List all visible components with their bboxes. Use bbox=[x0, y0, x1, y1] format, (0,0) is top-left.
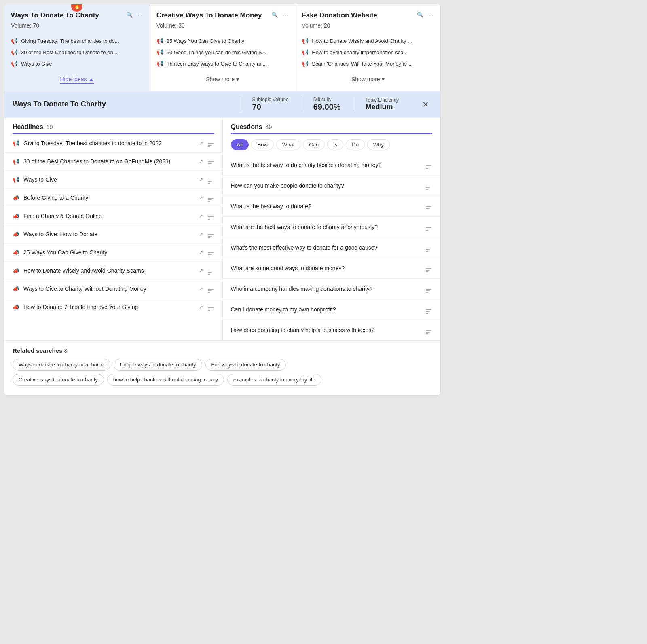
card-creative-ways: Creative Ways To Donate Money 🔍 ··· Volu… bbox=[150, 4, 296, 91]
headline-text: Ways to Give bbox=[23, 176, 195, 183]
top-cards: 🔥 Ways To Donate To Charity 🔍 ··· Volume… bbox=[4, 4, 441, 91]
headline-text: Ways to Give to Charity Without Donating… bbox=[23, 286, 195, 292]
filter-tabs: AllHowWhatCanIsDoWhy bbox=[223, 134, 441, 155]
card-item-text: Ways to Give bbox=[21, 61, 52, 67]
sort-menu-button[interactable] bbox=[207, 266, 214, 275]
related-search-tag[interactable]: Ways to donate to charity from home bbox=[13, 359, 110, 371]
sort-menu-button[interactable] bbox=[425, 263, 432, 273]
sort-menu-button[interactable] bbox=[425, 181, 432, 191]
external-link-icon[interactable]: ↗ bbox=[199, 140, 203, 146]
list-item: 📢 Thirteen Easy Ways to Give to Charity … bbox=[156, 58, 289, 69]
question-text: What are some good ways to donate money? bbox=[231, 265, 421, 271]
card-title: Ways To Donate To Charity bbox=[11, 11, 99, 20]
external-link-icon[interactable]: ↗ bbox=[199, 213, 203, 219]
sort-menu-button[interactable] bbox=[207, 302, 214, 312]
question-item: What are some good ways to donate money? bbox=[223, 258, 441, 279]
sort-menu-button[interactable] bbox=[425, 325, 432, 335]
subtopic-volume-label: Subtopic Volume bbox=[252, 97, 289, 102]
sort-menu-button[interactable] bbox=[425, 284, 432, 294]
headlines-header: Headlines 10 bbox=[4, 118, 222, 131]
sort-menu-button[interactable] bbox=[425, 243, 432, 252]
sort-menu-button[interactable] bbox=[425, 160, 432, 170]
sort-menu-button[interactable] bbox=[207, 193, 214, 203]
filter-tab-is[interactable]: Is bbox=[327, 139, 343, 150]
sort-menu-button[interactable] bbox=[207, 157, 214, 166]
headline-item: 📣 25 Ways You Can Give to Charity ↗ bbox=[4, 244, 222, 262]
sort-menu-button[interactable] bbox=[425, 222, 432, 232]
list-item: 📢 Giving Tuesday: The best charities to … bbox=[11, 35, 143, 47]
external-link-icon[interactable]: ↗ bbox=[199, 195, 203, 201]
sort-menu-button[interactable] bbox=[207, 211, 214, 221]
megaphone-icon: 📢 bbox=[302, 38, 309, 44]
card-actions: 🔍 ··· bbox=[271, 11, 288, 19]
filter-tab-what[interactable]: What bbox=[276, 139, 300, 150]
topic-efficiency-value: Medium bbox=[366, 103, 393, 111]
filter-tab-can[interactable]: Can bbox=[303, 139, 325, 150]
external-link-icon[interactable]: ↗ bbox=[199, 250, 203, 255]
related-search-tag[interactable]: Creative ways to donate to charity bbox=[13, 374, 104, 386]
megaphone-icon: 📢 bbox=[302, 49, 309, 55]
card-item-text: 25 Ways You Can Give to Charity bbox=[167, 38, 244, 44]
question-text: What's the most effective way to donate … bbox=[231, 244, 421, 251]
sort-menu-button[interactable] bbox=[207, 248, 214, 257]
headline-text: Giving Tuesday: The best charities to do… bbox=[23, 140, 195, 146]
sort-menu-button[interactable] bbox=[207, 138, 214, 148]
external-link-icon[interactable]: ↗ bbox=[199, 177, 203, 182]
sort-menu-button[interactable] bbox=[207, 175, 214, 184]
question-text: Can I donate money to my own nonprofit? bbox=[231, 306, 421, 313]
sort-menu-button[interactable] bbox=[425, 201, 432, 211]
headline-text: 25 Ways You Can Give to Charity bbox=[23, 249, 195, 256]
detail-header: Ways To Donate To Charity Subtopic Volum… bbox=[4, 91, 440, 117]
megaphone-icon: 📣 bbox=[13, 195, 19, 201]
sort-menu-button[interactable] bbox=[207, 284, 214, 294]
sort-menu-button[interactable] bbox=[425, 305, 432, 314]
related-search-tag[interactable]: Fun ways to donate to charity bbox=[205, 359, 286, 371]
card-title: Fake Donation Website bbox=[302, 11, 377, 20]
sort-icon bbox=[426, 248, 431, 252]
external-link-icon[interactable]: ↗ bbox=[199, 286, 203, 292]
subtopic-volume-value: 70 bbox=[252, 102, 261, 112]
card-header: Ways To Donate To Charity 🔍 ··· bbox=[11, 11, 143, 20]
show-more-button[interactable]: Show more ▾ bbox=[351, 76, 385, 83]
show-more-button[interactable]: Show more ▾ bbox=[206, 76, 239, 83]
sort-icon bbox=[426, 165, 431, 169]
external-link-icon[interactable]: ↗ bbox=[199, 268, 203, 273]
sort-menu-button[interactable] bbox=[207, 229, 214, 239]
external-link-icon[interactable]: ↗ bbox=[199, 304, 203, 310]
question-text: Who in a company handles making donation… bbox=[231, 286, 421, 292]
related-search-tag[interactable]: examples of charity in everyday life bbox=[227, 374, 321, 386]
sort-icon bbox=[426, 289, 431, 293]
card-item-text: 30 of the Best Charities to Donate to on… bbox=[21, 49, 119, 55]
headlines-column: Headlines 10 📢 Giving Tuesday: The best … bbox=[4, 118, 223, 340]
external-link-icon[interactable]: ↗ bbox=[199, 159, 203, 164]
hide-ideas-button[interactable]: Hide ideas ▲ bbox=[60, 76, 94, 84]
headline-list: 📢 Giving Tuesday: The best charities to … bbox=[4, 134, 222, 320]
question-item: Can I donate money to my own nonprofit? bbox=[223, 299, 441, 320]
search-button[interactable]: 🔍 bbox=[125, 11, 134, 19]
question-text: What are the best ways to donate to char… bbox=[231, 224, 421, 230]
card-footer: Show more ▾ bbox=[156, 76, 289, 83]
close-button[interactable]: ✕ bbox=[419, 98, 432, 111]
filter-tab-do[interactable]: Do bbox=[346, 139, 365, 150]
more-button[interactable]: ··· bbox=[137, 11, 143, 19]
more-button[interactable]: ··· bbox=[428, 11, 434, 19]
related-title: Related searches 8 bbox=[13, 347, 432, 354]
card-header: Creative Ways To Donate Money 🔍 ··· bbox=[156, 11, 289, 20]
filter-tab-how[interactable]: How bbox=[251, 139, 274, 150]
external-link-icon[interactable]: ↗ bbox=[199, 231, 203, 237]
questions-header: Questions 40 bbox=[223, 118, 441, 131]
filter-tab-why[interactable]: Why bbox=[367, 139, 390, 150]
sort-icon bbox=[208, 289, 214, 293]
search-button[interactable]: 🔍 bbox=[271, 11, 279, 19]
headline-item: 📢 Ways to Give ↗ bbox=[4, 171, 222, 189]
related-search-tag[interactable]: Unique ways to donate to charity bbox=[114, 359, 202, 371]
megaphone-icon: 📢 bbox=[11, 49, 18, 55]
more-button[interactable]: ··· bbox=[282, 11, 288, 19]
megaphone-icon: 📣 bbox=[13, 286, 19, 292]
filter-tab-all[interactable]: All bbox=[231, 139, 249, 150]
sort-icon bbox=[208, 180, 214, 184]
related-search-tag[interactable]: how to help charities without donating m… bbox=[107, 374, 224, 386]
headline-text: How to Donate Wisely and Avoid Charity S… bbox=[23, 267, 195, 274]
search-button[interactable]: 🔍 bbox=[416, 11, 425, 19]
list-item: 📢 How to Donate Wisely and Avoid Charity… bbox=[302, 35, 434, 47]
